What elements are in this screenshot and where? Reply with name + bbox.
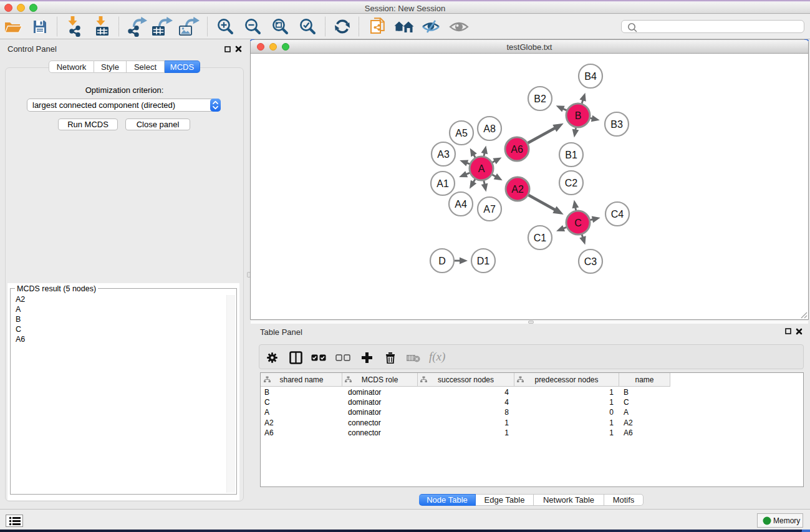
svg-text:D1: D1 [477,256,490,266]
svg-text:A1: A1 [436,178,449,189]
svg-text:A7: A7 [483,204,496,215]
svg-text:C4: C4 [611,209,624,220]
svg-text:B1: B1 [565,150,577,160]
svg-text:A8: A8 [483,123,496,134]
svg-text:B4: B4 [584,71,597,82]
svg-text:C3: C3 [584,256,597,267]
svg-text:A: A [478,163,485,174]
svg-text:C2: C2 [565,178,578,188]
svg-text:B: B [575,110,582,121]
svg-text:B3: B3 [610,119,623,130]
svg-text:A6: A6 [511,144,523,155]
svg-text:C: C [574,218,582,228]
svg-text:A5: A5 [455,128,468,138]
svg-text:C1: C1 [534,233,547,243]
svg-text:A3: A3 [437,149,450,160]
svg-text:B2: B2 [534,94,546,104]
svg-text:A2: A2 [511,184,524,195]
svg-text:D: D [438,256,446,266]
svg-text:A4: A4 [455,199,467,210]
